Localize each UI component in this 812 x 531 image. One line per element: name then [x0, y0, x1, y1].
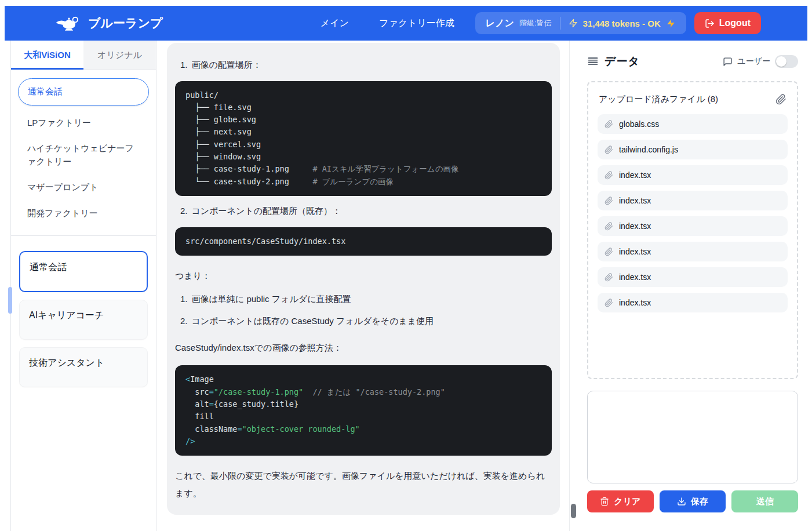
file-item[interactable]: index.tsx: [598, 242, 788, 261]
paperclip-icon: [605, 120, 613, 129]
user-toggle[interactable]: [775, 55, 798, 68]
list-number: 1.: [180, 293, 188, 306]
user-toggle-label: ユーザー: [737, 56, 770, 67]
brand-title: ブルーランプ: [88, 15, 162, 31]
sidebar-item[interactable]: マザープロンプト: [18, 174, 149, 201]
code-line: public/: [185, 89, 541, 101]
sidebar-card-list: 通常会話AIキャリアコーチ技術アシスタント: [11, 236, 156, 387]
code-line: ├── case-study-1.png # AIスキル学習プラットフォームの画…: [185, 163, 541, 175]
app-body: 大和ViSiON オリジナル 通常会話LPファクトリーハイチケットウェビナーファ…: [0, 41, 812, 531]
prompt-textarea[interactable]: [587, 391, 798, 483]
file-name: index.tsx: [619, 196, 651, 205]
code-line: alt={case_study.title}: [185, 398, 541, 410]
chat-scrollbar[interactable]: [569, 41, 578, 531]
paperclip-icon: [605, 248, 613, 256]
code-block: src/components/CaseStudy/index.tsx: [175, 227, 552, 256]
code-line: ├── vercel.svg: [185, 139, 541, 151]
file-item[interactable]: index.tsx: [598, 191, 788, 210]
nav-item-factory[interactable]: ファクトリー作成: [379, 17, 454, 30]
sidebar-card[interactable]: 通常会話: [19, 251, 148, 292]
message-paragraph: CaseStudy/index.tsxでの画像の参照方法：: [175, 339, 552, 356]
file-name: globals.css: [619, 119, 659, 129]
file-name: index.tsx: [619, 170, 651, 180]
sidebar-scroll-indicator[interactable]: [8, 287, 12, 314]
code-block: <Image src="/case-study-1.png" // または "/…: [175, 365, 552, 456]
save-label: 保存: [691, 496, 708, 507]
scrollbar-thumb[interactable]: [571, 504, 576, 518]
message-body: 1.画像の配置場所：public/ ├── file.svg ├── globe…: [175, 59, 552, 501]
message-paragraph: これで、最小限の変更で実装が可能です。画像ファイルを用意いただければ、実装を進め…: [175, 467, 552, 501]
panel-buttons: クリア 保存 送信: [587, 490, 798, 512]
data-panel: データ ユーザー アップロード済みファイル (8) gl: [578, 41, 807, 531]
brand[interactable]: ブルーランプ: [56, 14, 162, 32]
paperclip-icon: [605, 146, 613, 154]
nav-item-main[interactable]: メイン: [321, 17, 349, 30]
list-lines-icon: [587, 56, 599, 67]
file-item[interactable]: index.tsx: [598, 165, 788, 185]
clear-button[interactable]: クリア: [587, 490, 654, 512]
pill-divider: [560, 17, 560, 30]
file-item[interactable]: globals.css: [598, 114, 788, 134]
user-rank: 階級:皆伝: [519, 18, 552, 28]
code-line: src="/case-study-1.png" // または "/case-st…: [185, 386, 541, 398]
code-block: public/ ├── file.svg ├── globe.svg ├── n…: [175, 81, 552, 197]
file-item[interactable]: index.tsx: [598, 216, 788, 236]
upload-title: アップロード済みファイル (8): [599, 94, 718, 105]
code-line: <Image: [185, 373, 541, 385]
message-list-item: 2.コンポーネントは既存の CaseStudy フォルダをそのまま使用: [180, 315, 552, 328]
sidebar-card[interactable]: AIキャリアコーチ: [19, 300, 148, 340]
panel-title: データ: [605, 54, 640, 69]
paperclip-icon: [605, 299, 613, 307]
list-text: 画像の配置場所：: [192, 59, 261, 72]
file-item[interactable]: index.tsx: [598, 293, 788, 312]
paperclip-icon: [605, 273, 613, 282]
list-text: コンポーネントの配置場所（既存）：: [192, 205, 341, 218]
code-line: ├── globe.svg: [185, 114, 541, 126]
file-item[interactable]: index.tsx: [598, 267, 788, 287]
code-line: />: [185, 435, 541, 448]
user-name: レノン: [486, 17, 514, 30]
message-list-item: 1.画像は単純に public フォルダに直接配置: [180, 293, 552, 306]
sidebar-nav-list: 通常会話LPファクトリーハイチケットウェビナーファクトリーマザープロンプト開発フ…: [11, 70, 156, 227]
list-number: 1.: [180, 59, 188, 72]
main-nav: メイン ファクトリー作成: [321, 17, 454, 30]
message-list-item: 2.コンポーネントの配置場所（既存）：: [180, 205, 552, 218]
send-label: 送信: [756, 496, 774, 507]
sidebar-item[interactable]: ハイチケットウェビナーファクトリー: [18, 136, 149, 174]
upload-dropzone[interactable]: アップロード済みファイル (8) globals.css tailwind.co…: [587, 81, 798, 379]
sidebar-card[interactable]: 技術アシスタント: [19, 347, 148, 387]
sidebar-tabs: 大和ViSiON オリジナル: [11, 41, 156, 70]
logout-label: Logout: [719, 18, 751, 28]
sidebar-item[interactable]: 通常会話: [18, 78, 149, 106]
zap-outline-icon: [569, 19, 578, 28]
logout-button[interactable]: Logout: [694, 12, 761, 34]
app: ブルーランプ メイン ファクトリー作成 レノン 階級:皆伝 31,448 tok…: [0, 0, 812, 531]
paperclip-icon: [605, 197, 613, 205]
save-button[interactable]: 保存: [660, 490, 726, 512]
tab-original[interactable]: オリジナル: [83, 41, 156, 70]
code-line: src/components/CaseStudy/index.tsx: [185, 235, 541, 248]
sidebar-item[interactable]: LPファクトリー: [18, 110, 149, 136]
assistant-message: 1.画像の配置場所：public/ ├── file.svg ├── globe…: [167, 43, 560, 515]
file-item[interactable]: tailwind.config.js: [598, 140, 788, 159]
upload-header: アップロード済みファイル (8): [598, 92, 788, 105]
tab-yamato-vision[interactable]: 大和ViSiON: [11, 41, 83, 70]
user-toggle-group: ユーザー: [723, 55, 798, 68]
sidebar-item[interactable]: 開発ファクトリー: [18, 201, 149, 227]
download-icon: [677, 497, 686, 506]
trash-icon: [600, 497, 609, 506]
file-name: index.tsx: [619, 247, 651, 256]
file-name: tailwind.config.js: [619, 145, 678, 154]
paperclip-icon[interactable]: [775, 94, 786, 105]
genie-lamp-icon: [56, 14, 82, 32]
send-button[interactable]: 送信: [731, 490, 798, 512]
file-name: index.tsx: [619, 272, 651, 282]
panel-header: データ ユーザー: [587, 51, 798, 72]
file-name: index.tsx: [619, 298, 651, 307]
code-line: ├── file.svg: [185, 101, 541, 114]
clear-label: クリア: [614, 496, 640, 507]
paperclip-icon: [605, 171, 613, 180]
code-line: └── case-study-2.png # ブルーランプの画像: [185, 176, 541, 188]
file-list: globals.css tailwind.config.js index.tsx…: [598, 114, 788, 312]
chat-bubble-icon: [723, 57, 733, 67]
